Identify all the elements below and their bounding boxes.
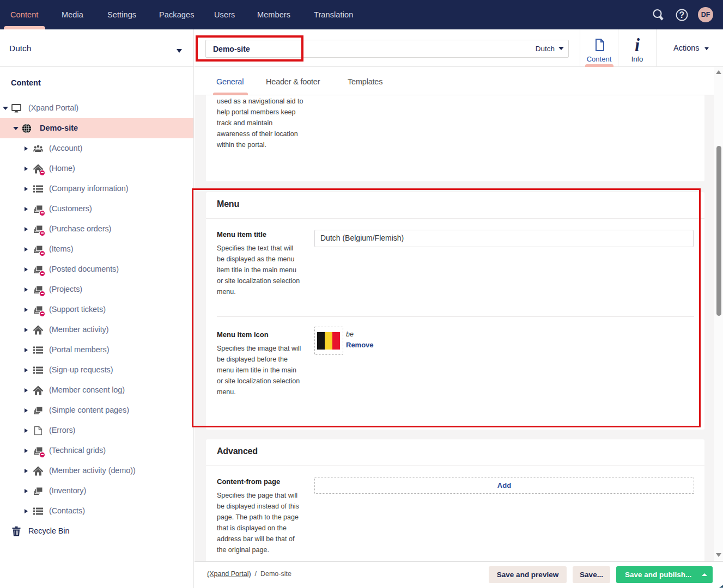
- svg-text:?: ?: [679, 10, 685, 20]
